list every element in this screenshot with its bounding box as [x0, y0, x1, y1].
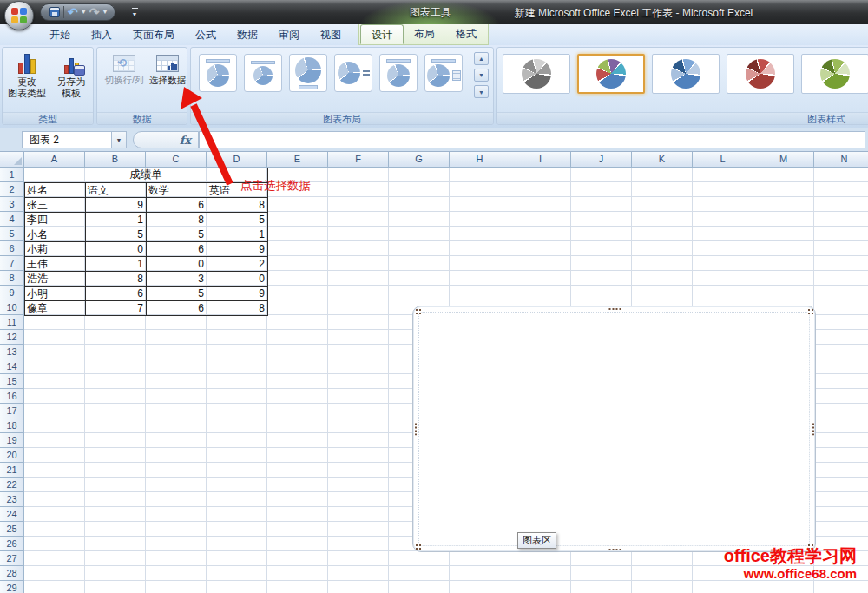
column-header-I[interactable]: I: [510, 152, 571, 168]
column-header-M[interactable]: M: [753, 152, 814, 168]
column-header-A[interactable]: A: [24, 152, 85, 168]
cell[interactable]: 姓名: [25, 183, 86, 198]
tab-布局[interactable]: 布局: [404, 24, 445, 44]
name-box-dropdown-icon[interactable]: ▼: [112, 131, 127, 148]
row-header-11[interactable]: 11: [0, 315, 24, 330]
cell[interactable]: 张三: [25, 198, 86, 213]
chart-style-thumbnail-5[interactable]: [801, 54, 868, 94]
row-header-3[interactable]: 3: [0, 197, 24, 212]
row-header-21[interactable]: 21: [0, 463, 24, 478]
tab-审阅[interactable]: 审阅: [268, 25, 310, 45]
tab-格式[interactable]: 格式: [445, 24, 487, 44]
cell[interactable]: 9: [86, 198, 147, 213]
cell[interactable]: 小莉: [25, 242, 86, 257]
chart-layout-thumbnail-3[interactable]: [289, 54, 327, 92]
layouts-more-icon[interactable]: ▼: [474, 85, 489, 98]
chart-style-thumbnail-3[interactable]: [652, 54, 720, 94]
row-header-28[interactable]: 28: [0, 566, 24, 581]
switch-row-column-button[interactable]: ⟲ 切换行/列: [99, 55, 149, 87]
cell[interactable]: 语文: [86, 183, 147, 198]
cell[interactable]: 小明: [25, 287, 86, 301]
grip-bottom-left[interactable]: [415, 544, 421, 550]
row-header-7[interactable]: 7: [0, 256, 24, 271]
column-header-E[interactable]: E: [267, 152, 328, 168]
select-data-button[interactable]: 选择数据: [148, 55, 187, 87]
save-as-template-button[interactable]: 另存为 模板: [49, 51, 93, 99]
column-header-J[interactable]: J: [571, 152, 632, 168]
chart-object[interactable]: [412, 306, 816, 552]
cell[interactable]: 数学: [147, 183, 207, 198]
row-header-19[interactable]: 19: [0, 433, 24, 448]
cell[interactable]: 1: [86, 257, 147, 272]
column-header-H[interactable]: H: [450, 152, 510, 168]
insert-function-button[interactable]: fx: [133, 131, 199, 148]
cell[interactable]: 8: [147, 213, 207, 227]
chart-layout-thumbnail-1[interactable]: [199, 54, 237, 92]
cell[interactable]: 5: [147, 287, 207, 301]
formula-input[interactable]: [199, 131, 865, 148]
column-header-C[interactable]: C: [146, 152, 207, 168]
row-header-8[interactable]: 8: [0, 271, 24, 286]
row-header-29[interactable]: 29: [0, 581, 24, 593]
chart-layout-thumbnail-2[interactable]: [244, 54, 282, 92]
layouts-scroll-up-icon[interactable]: ▲: [474, 52, 489, 65]
grip-left[interactable]: [414, 423, 417, 436]
row-header-22[interactable]: 22: [0, 478, 24, 492]
row-header-13[interactable]: 13: [0, 345, 24, 359]
chart-layout-thumbnail-5[interactable]: [379, 54, 418, 92]
row-header-23[interactable]: 23: [0, 492, 24, 507]
chart-layout-thumbnail-6[interactable]: [424, 54, 463, 92]
row-header-5[interactable]: 5: [0, 227, 24, 241]
cell[interactable]: 李四: [25, 213, 86, 227]
cell[interactable]: 小名: [25, 227, 86, 242]
office-button[interactable]: [4, 1, 34, 30]
row-header-1[interactable]: 1: [0, 168, 24, 182]
cell[interactable]: 像章: [25, 301, 86, 316]
column-header-D[interactable]: D: [207, 152, 267, 168]
column-header-N[interactable]: N: [814, 152, 868, 168]
tab-开始[interactable]: 开始: [39, 25, 81, 45]
redo-dropdown-icon[interactable]: ▼: [102, 9, 108, 16]
row-header-12[interactable]: 12: [0, 330, 24, 345]
column-header-F[interactable]: F: [328, 152, 389, 168]
row-header-6[interactable]: 6: [0, 241, 24, 256]
name-box[interactable]: 图表 2: [22, 131, 112, 148]
cell[interactable]: 7: [86, 301, 147, 316]
cell[interactable]: 王伟: [25, 257, 86, 272]
cell[interactable]: 浩浩: [25, 272, 86, 287]
cell[interactable]: 8: [207, 198, 268, 213]
cell[interactable]: 9: [207, 287, 268, 301]
row-header-9[interactable]: 9: [0, 286, 24, 300]
grip-right[interactable]: [812, 423, 814, 436]
row-header-16[interactable]: 16: [0, 389, 24, 404]
table-title-cell[interactable]: 成绩单: [24, 168, 268, 182]
grip-top[interactable]: [608, 307, 621, 310]
cell[interactable]: 1: [86, 213, 147, 227]
tab-公式[interactable]: 公式: [185, 25, 227, 45]
row-header-14[interactable]: 14: [0, 359, 24, 374]
grip-top-left[interactable]: [415, 308, 421, 314]
cell[interactable]: 6: [86, 287, 147, 301]
cell[interactable]: 6: [147, 301, 207, 316]
cell[interactable]: 0: [86, 242, 147, 257]
tab-数据[interactable]: 数据: [227, 25, 268, 45]
row-header-17[interactable]: 17: [0, 404, 24, 418]
tab-设计[interactable]: 设计: [360, 24, 404, 44]
cell[interactable]: 8: [86, 272, 147, 287]
cell[interactable]: 6: [147, 242, 207, 257]
cell[interactable]: 3: [147, 272, 207, 287]
grip-top-right[interactable]: [807, 308, 813, 314]
column-header-B[interactable]: B: [85, 152, 146, 168]
tab-视图[interactable]: 视图: [310, 25, 352, 45]
chart-layout-thumbnail-4[interactable]: [334, 54, 372, 92]
cell[interactable]: 0: [207, 272, 268, 287]
undo-icon[interactable]: ↶: [68, 6, 78, 18]
customize-qat-icon[interactable]: ▼: [128, 6, 141, 18]
layouts-scroll-down-icon[interactable]: ▼: [474, 69, 489, 82]
change-chart-type-button[interactable]: 更改 图表类型: [5, 51, 49, 99]
undo-dropdown-icon[interactable]: ▼: [81, 9, 87, 16]
chart-style-thumbnail-4[interactable]: [727, 54, 794, 94]
row-header-27[interactable]: 27: [0, 551, 24, 566]
cell[interactable]: 0: [147, 257, 207, 272]
row-header-2[interactable]: 2: [0, 182, 24, 197]
